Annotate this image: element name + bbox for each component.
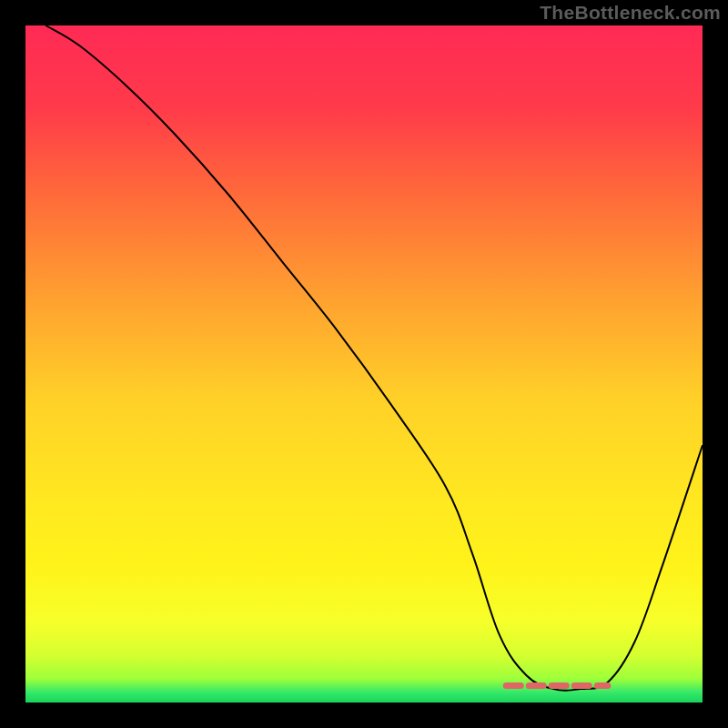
chart-stage: TheBottleneck.com xyxy=(0,0,728,728)
bottleneck-chart xyxy=(0,0,728,728)
watermark-text: TheBottleneck.com xyxy=(540,2,721,24)
plot-area xyxy=(25,25,703,703)
